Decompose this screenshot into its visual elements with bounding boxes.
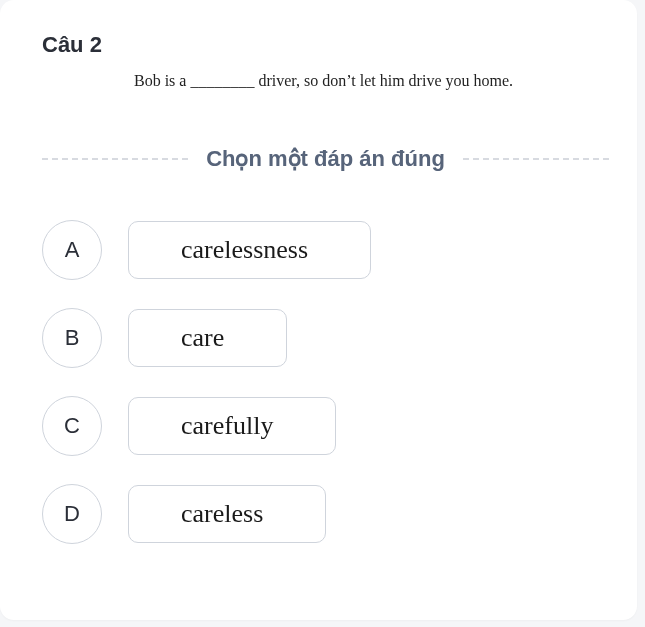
option-text: careless [128,485,326,544]
option-d[interactable]: D careless [42,484,609,544]
question-card: Câu 2 Bob is a ________ driver, so don’t… [0,0,637,620]
question-prompt: Bob is a ________ driver, so don’t let h… [42,72,609,90]
option-text: care [128,309,287,368]
instruction-divider: Chọn một đáp án đúng [42,146,609,172]
option-letter: D [42,484,102,544]
option-letter: C [42,396,102,456]
option-text: carefully [128,397,336,456]
divider-line-right [463,158,609,160]
option-text: carelessness [128,221,371,280]
option-b[interactable]: B care [42,308,609,368]
divider-line-left [42,158,188,160]
option-a[interactable]: A carelessness [42,220,609,280]
option-letter: B [42,308,102,368]
options-list: A carelessness B care C carefully D care… [42,220,609,544]
option-c[interactable]: C carefully [42,396,609,456]
option-letter: A [42,220,102,280]
instruction-text: Chọn một đáp án đúng [188,146,463,172]
question-title: Câu 2 [42,32,609,58]
